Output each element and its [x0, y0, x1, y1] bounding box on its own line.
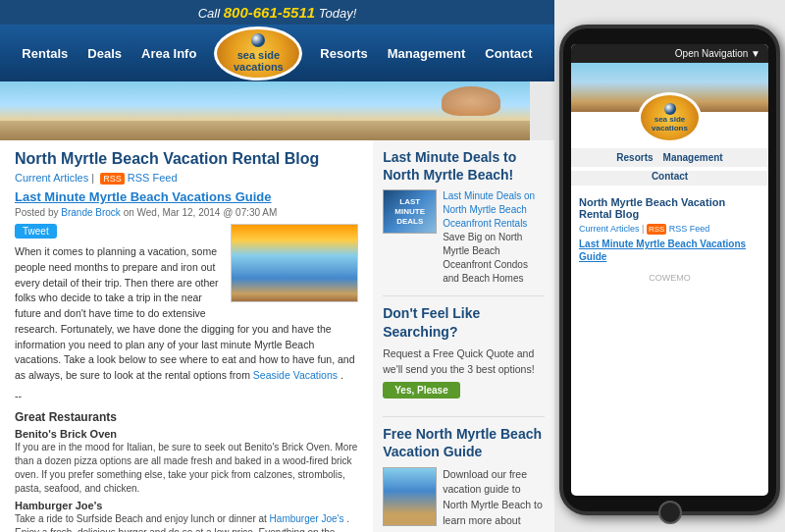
- logo-ball: [251, 33, 265, 47]
- call-text: Call: [198, 6, 220, 21]
- phone-number: 800-661-5511: [224, 4, 315, 21]
- phone-logo-text: sea sidevacations: [652, 116, 688, 133]
- phone-nav: Resorts Management: [571, 148, 768, 167]
- main-content: North Myrtle Beach Vacation Rental Blog …: [0, 140, 554, 532]
- phone-nav-management[interactable]: Management: [663, 152, 723, 163]
- nav-area-info[interactable]: Area Info: [131, 38, 206, 69]
- phone-home-button[interactable]: [658, 501, 682, 524]
- guide-box: Download our free vacation guide to Nort…: [383, 467, 545, 532]
- author-link[interactable]: Brande Brock: [61, 207, 121, 218]
- nav-bar: Rentals Deals Area Info sea sidevacation…: [0, 25, 554, 81]
- no-search-text: Request a Free Quick Quote and we'll sen…: [383, 346, 545, 378]
- deal-link[interactable]: Last Minute Deals on North Myrtle Beach …: [443, 189, 545, 231]
- nav-management[interactable]: Management: [378, 38, 475, 69]
- deal-image: LAST MINUTE DEALS: [383, 189, 437, 234]
- benitos-name: Benito's Brick Oven: [15, 428, 358, 440]
- phone-rss-feed[interactable]: RSS Feed: [669, 224, 710, 234]
- phone-mockup: Open Navigation ▼ sea sidevacations Reso…: [559, 25, 780, 515]
- phone-logo-ball: [664, 103, 676, 115]
- nav-deals[interactable]: Deals: [78, 38, 131, 69]
- beach-thumbnail: [231, 224, 358, 302]
- divider-2: [383, 416, 545, 417]
- post-title[interactable]: Last Minute Myrtle Beach Vacations Guide: [15, 189, 358, 204]
- divider-1: [383, 295, 545, 296]
- phone-screen: Open Navigation ▼ sea sidevacations Reso…: [571, 44, 768, 496]
- phone-current-articles[interactable]: Current Articles: [579, 224, 640, 234]
- phone-nav-contact[interactable]: Contact: [652, 171, 688, 182]
- phone-rss-icon: RSS: [647, 224, 666, 235]
- free-guide-section: Free North Myrtle Beach Vacation Guide D…: [383, 425, 545, 532]
- phone-blog-title: North Myrtle Beach Vacation Rental Blog: [579, 196, 760, 220]
- rss-feed-link[interactable]: RSS Feed: [128, 172, 178, 184]
- blog-meta: Current Articles | RSS RSS Feed: [15, 172, 358, 185]
- rss-icon: RSS: [100, 173, 125, 185]
- last-minute-section: Last Minute Deals to North Myrtle Beach!…: [383, 148, 545, 286]
- benitos-text: If you are in the mood for Italian, be s…: [15, 441, 358, 496]
- nav-contact[interactable]: Contact: [475, 38, 542, 69]
- hero-beach-image: [0, 81, 530, 140]
- nav-resorts[interactable]: Resorts: [310, 38, 377, 69]
- phone-open-navigation[interactable]: Open Navigation ▼: [571, 44, 768, 63]
- today-text: Today!: [319, 6, 357, 21]
- nav-rentals[interactable]: Rentals: [12, 38, 78, 69]
- yes-please-button[interactable]: Yes, Please: [383, 382, 460, 399]
- post-author: Posted by Brande Brock on Wed, Mar 12, 2…: [15, 207, 358, 218]
- post-ellipsis: --: [15, 389, 358, 404]
- deal-box: LAST MINUTE DEALS Last Minute Deals on N…: [383, 189, 545, 286]
- last-minute-title: Last Minute Deals to North Myrtle Beach!: [383, 148, 545, 184]
- logo-text: sea sidevacations: [234, 49, 284, 73]
- phone-logo: sea sidevacations: [638, 92, 702, 143]
- free-guide-title: Free North Myrtle Beach Vacation Guide: [383, 425, 545, 460]
- phone-meta: Current Articles | RSS RSS Feed: [579, 224, 760, 234]
- starfish-decoration: [442, 86, 500, 116]
- tweet-button[interactable]: Tweet: [15, 224, 57, 239]
- no-search-title: Don't Feel Like Searching?: [383, 304, 545, 340]
- deal-img-text: LAST MINUTE DEALS: [384, 197, 436, 226]
- deal-info: Last Minute Deals on North Myrtle Beach …: [443, 189, 545, 286]
- blog-section-title: North Myrtle Beach Vacation Rental Blog: [15, 150, 358, 168]
- blog-panel: North Myrtle Beach Vacation Rental Blog …: [0, 140, 373, 532]
- guide-image: [383, 467, 437, 526]
- phone-cowemo: COWEMO: [579, 273, 760, 283]
- seaside-vacations-link[interactable]: Seaside Vacations: [253, 369, 338, 381]
- no-search-section: Don't Feel Like Searching? Request a Fre…: [383, 304, 545, 406]
- phone-post-title[interactable]: Last Minute Myrtle Beach Vacations Guide: [579, 238, 760, 263]
- hamburger-text: Take a ride to Surfside Beach and enjoy …: [15, 512, 358, 533]
- site-logo[interactable]: sea sidevacations: [214, 27, 302, 80]
- nav-links: Rentals Deals Area Info sea sidevacation…: [12, 27, 542, 80]
- guide-text: Download our free vacation guide to Nort…: [443, 467, 545, 532]
- deal-subtext: Save Big on North Myrtle Beach Oceanfron…: [443, 231, 545, 286]
- phone-content: North Myrtle Beach Vacation Rental Blog …: [571, 190, 768, 289]
- header-bar: Call 800-661-5511 Today!: [0, 0, 554, 25]
- current-articles-link[interactable]: Current Articles: [15, 172, 88, 184]
- hamburger-name: Hamburger Joe's: [15, 500, 358, 511]
- right-sidebar: Last Minute Deals to North Myrtle Beach!…: [373, 140, 554, 532]
- phone-nav-contact-row: Contact: [571, 171, 768, 186]
- phone-nav-resorts[interactable]: Resorts: [616, 152, 653, 163]
- great-restaurants-heading: Great Restaurants: [15, 410, 358, 424]
- hamburger-link[interactable]: Hamburger Joe's: [270, 513, 344, 524]
